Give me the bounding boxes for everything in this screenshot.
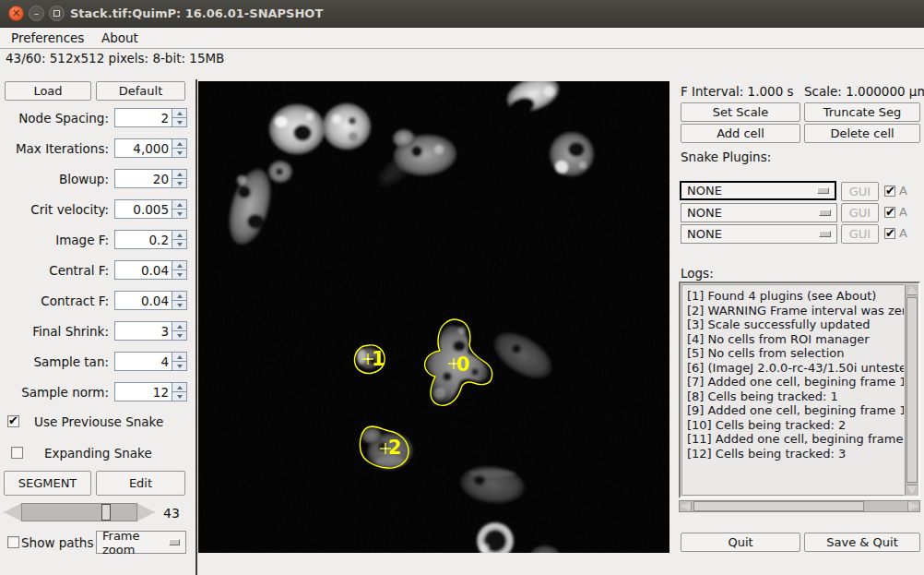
- spin-down-icon[interactable]: [172, 392, 186, 401]
- log-line: [5] No cells from selection: [687, 346, 904, 361]
- spinner-buttons: [172, 352, 187, 371]
- truncate-seg-button[interactable]: Truncate Seg: [804, 102, 920, 122]
- spin-down-icon[interactable]: [172, 362, 186, 370]
- param-label: Final Shrink:: [0, 324, 114, 339]
- spin-up-icon[interactable]: [172, 353, 186, 362]
- show-paths-checkbox[interactable]: [7, 536, 19, 548]
- plugin-2-dropdown[interactable]: NONE: [681, 203, 837, 222]
- edit-button[interactable]: Edit: [96, 471, 185, 496]
- spinner-buttons: [172, 230, 187, 249]
- slider-track[interactable]: [22, 503, 136, 521]
- sample-norm-input[interactable]: [114, 382, 172, 401]
- scroll-right-icon[interactable]: [907, 501, 919, 511]
- log-line: [10] Cells being tracked: 2: [687, 418, 904, 433]
- plugin-2-gui-button[interactable]: GUI: [841, 203, 879, 222]
- spin-up-icon[interactable]: [172, 292, 186, 301]
- plugin-3-dropdown[interactable]: NONE: [681, 224, 837, 244]
- use-previous-snake-checkbox[interactable]: [7, 415, 19, 427]
- plugin-3-active-checkbox[interactable]: [884, 228, 895, 239]
- scroll-up-icon[interactable]: [906, 285, 918, 295]
- log-line: [8] Cells being tracked: 1: [687, 389, 904, 404]
- horizontal-scroll-thumb[interactable]: [693, 501, 864, 511]
- param-label: Image F:: [0, 233, 114, 247]
- sample-tan-input[interactable]: [114, 352, 172, 371]
- plugin-1-dropdown[interactable]: NONE: [680, 181, 836, 200]
- add-cell-button[interactable]: Add cell: [681, 124, 800, 143]
- spin-up-icon[interactable]: [172, 109, 186, 118]
- param-row-sample-norm: Sample norm:: [0, 382, 187, 401]
- load-button[interactable]: Load: [5, 81, 91, 101]
- delete-cell-button[interactable]: Delete cell: [804, 124, 920, 143]
- default-button[interactable]: Default: [96, 81, 185, 101]
- menu-about[interactable]: About: [98, 28, 142, 49]
- quit-button[interactable]: Quit: [681, 533, 800, 552]
- log-line: [9] Added one cell, begining frame 1: [687, 403, 904, 418]
- frame-slider[interactable]: [4, 503, 155, 521]
- spin-up-icon[interactable]: [172, 231, 186, 240]
- plugin-2-active-label: A: [899, 205, 907, 219]
- set-scale-button[interactable]: Set Scale: [681, 102, 800, 122]
- plugin-1-gui-button[interactable]: GUI: [841, 182, 879, 201]
- final-shrink-input[interactable]: [114, 321, 172, 341]
- param-row-crit-velocity: Crit velocity:: [0, 199, 187, 219]
- segment-button[interactable]: SEGMENT: [4, 471, 91, 496]
- slider-thumb[interactable]: [101, 504, 111, 521]
- logs-label: Logs:: [681, 266, 714, 281]
- spin-down-icon[interactable]: [172, 210, 186, 218]
- spin-down-icon[interactable]: [172, 118, 186, 126]
- spin-up-icon[interactable]: [172, 200, 186, 210]
- spin-down-icon[interactable]: [172, 149, 186, 157]
- contract-f-input[interactable]: [114, 291, 172, 310]
- spin-down-icon[interactable]: [172, 270, 186, 279]
- blowup-input[interactable]: [114, 169, 172, 188]
- node-spacing-input[interactable]: [114, 108, 172, 127]
- spin-up-icon[interactable]: [172, 322, 186, 331]
- save-and-quit-button[interactable]: Save & Quit: [804, 533, 920, 552]
- param-label: Max Iterations:: [0, 141, 114, 156]
- log-vertical-scrollbar[interactable]: [905, 284, 918, 496]
- plugin-1-active-checkbox[interactable]: [884, 186, 895, 197]
- spin-down-icon[interactable]: [172, 179, 186, 187]
- slider-right-arrow-icon[interactable]: [136, 503, 155, 521]
- expanding-snake-checkbox[interactable]: [11, 447, 23, 459]
- log-line: [11] Added one cell, begining frame 1: [687, 432, 904, 447]
- spin-down-icon[interactable]: [172, 331, 186, 340]
- plugin-2-selection: NONE: [687, 206, 722, 220]
- log-horizontal-scrollbar[interactable]: [679, 500, 920, 512]
- log-line: [1] Found 4 plugins (see About): [687, 289, 904, 304]
- spin-down-icon[interactable]: [172, 301, 186, 309]
- param-label: Sample norm:: [0, 385, 114, 400]
- microscopy-image[interactable]: 0 1 2: [198, 81, 669, 553]
- spinner-buttons: [172, 199, 187, 219]
- central-f-input[interactable]: [114, 260, 172, 280]
- scroll-left-icon[interactable]: [680, 501, 692, 511]
- image-canvas[interactable]: 0 1 2: [198, 81, 669, 553]
- log-text-area[interactable]: [1] Found 4 plugins (see About) [2] WARN…: [681, 284, 904, 496]
- max-iterations-input[interactable]: [114, 138, 172, 158]
- spin-down-icon[interactable]: [172, 240, 186, 248]
- param-row-node-spacing: Node Spacing:: [0, 108, 187, 127]
- spin-up-icon[interactable]: [172, 170, 186, 179]
- frame-zoom-dropdown[interactable]: Frame zoom: [96, 531, 186, 554]
- menu-preferences[interactable]: Preferences: [7, 28, 88, 49]
- maximize-icon[interactable]: [49, 6, 65, 21]
- horizontal-scroll-track[interactable]: [692, 501, 907, 511]
- spin-up-icon[interactable]: [172, 139, 186, 149]
- vertical-scroll-thumb[interactable]: [906, 297, 918, 483]
- param-label: Central F:: [0, 263, 114, 278]
- image-f-input[interactable]: [114, 230, 172, 249]
- spin-up-icon[interactable]: [172, 261, 186, 270]
- minimize-icon[interactable]: –: [29, 6, 44, 21]
- spin-up-icon[interactable]: [172, 383, 186, 392]
- crit-velocity-input[interactable]: [114, 199, 172, 219]
- slider-left-arrow-icon[interactable]: [4, 503, 22, 521]
- plugin-3-gui-button[interactable]: GUI: [841, 224, 879, 244]
- param-label: Node Spacing:: [0, 111, 114, 126]
- scroll-down-icon[interactable]: [906, 485, 918, 495]
- param-row-image-f: Image F:: [0, 230, 187, 249]
- spinner-buttons: [172, 169, 187, 188]
- cell-label-2: 2: [388, 437, 402, 459]
- close-icon[interactable]: ✕: [8, 6, 24, 21]
- plugin-3-selection: NONE: [687, 227, 722, 241]
- plugin-2-active-checkbox[interactable]: [884, 207, 895, 218]
